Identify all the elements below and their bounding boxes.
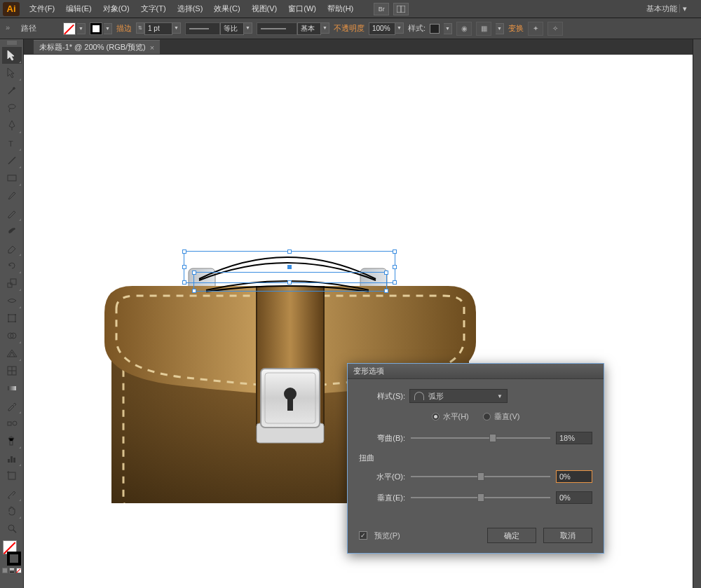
rectangle-tool[interactable]: [2, 170, 22, 186]
stroke-swatch[interactable]: [90, 22, 102, 35]
opacity-label[interactable]: 不透明度: [334, 23, 365, 34]
document-tab-label: 未标题-1* @ 200% (RGB/预览): [39, 42, 146, 53]
brush-dropdown[interactable]: ▼: [321, 22, 329, 34]
style-dropdown[interactable]: ▼: [444, 23, 452, 34]
warp-options-dialog: 变形选项 样式(S): 弧形 ▼ 水平(H) 垂直(V) 弯曲(B): 18% …: [347, 363, 604, 554]
bridge-button[interactable]: Br: [374, 3, 389, 15]
profile-dropdown[interactable]: ▼: [244, 22, 252, 34]
perspective-grid-tool[interactable]: [2, 345, 22, 362]
menu-window[interactable]: 窗口(W): [283, 1, 322, 16]
pen-tool[interactable]: [2, 117, 22, 134]
menu-effect[interactable]: 效果(C): [208, 1, 245, 16]
align-panel-icon[interactable]: ▦: [476, 22, 491, 36]
color-mode-buttons[interactable]: [2, 568, 22, 573]
dialog-titlebar[interactable]: 变形选项: [348, 364, 604, 379]
direct-selection-tool[interactable]: [2, 64, 22, 81]
gradient-tool[interactable]: [2, 380, 22, 397]
align-dropdown[interactable]: ▼: [496, 23, 504, 34]
svg-line-29: [13, 530, 16, 533]
bend-value-field[interactable]: 18%: [556, 432, 592, 444]
fill-dropdown[interactable]: ▼: [77, 23, 86, 34]
cancel-button[interactable]: 取消: [543, 528, 592, 543]
recolor-artwork-icon[interactable]: ◉: [456, 22, 472, 36]
slice-tool[interactable]: [2, 485, 22, 502]
svg-point-11: [8, 321, 9, 322]
pencil-tool[interactable]: [2, 205, 22, 221]
slider-thumb[interactable]: [489, 434, 496, 442]
svg-rect-19: [8, 422, 11, 425]
distort-h-value-field[interactable]: 0%: [556, 470, 592, 483]
ok-button[interactable]: 确定: [487, 528, 536, 543]
eraser-tool[interactable]: [2, 240, 22, 257]
zoom-tool[interactable]: [2, 520, 22, 537]
width-tool[interactable]: [2, 292, 22, 309]
hand-tool[interactable]: [2, 502, 22, 519]
workspace-switcher[interactable]: 基本功能 ▾: [635, 4, 698, 14]
stroke-weight-field[interactable]: 1 pt: [144, 22, 172, 35]
toolbar-grip[interactable]: [7, 41, 17, 45]
rotate-tool[interactable]: [2, 257, 22, 274]
collapsed-panels-strip[interactable]: [693, 39, 701, 588]
fill-swatch[interactable]: [63, 22, 76, 35]
transform-label[interactable]: 变换: [508, 23, 524, 34]
fill-stroke-indicator[interactable]: [1, 540, 22, 566]
distort-v-value-field[interactable]: 0%: [556, 491, 592, 504]
magic-wand-tool[interactable]: [2, 82, 22, 99]
shape-builder-tool[interactable]: [2, 327, 22, 344]
column-graph-tool[interactable]: [2, 450, 22, 467]
select-similar-icon[interactable]: ✧: [547, 22, 563, 36]
svg-point-20: [13, 421, 17, 425]
variable-width-profile[interactable]: [185, 22, 220, 35]
eyedropper-tool[interactable]: [2, 397, 22, 414]
expand-panels-icon[interactable]: »: [6, 23, 17, 34]
bend-slider[interactable]: [411, 437, 550, 439]
stroke-label[interactable]: 描边: [116, 23, 132, 34]
distort-h-label: 水平(O):: [359, 472, 405, 482]
orientation-vertical-radio[interactable]: 垂直(V): [483, 411, 520, 422]
symbol-sprayer-tool[interactable]: [2, 432, 22, 449]
menu-object[interactable]: 对象(O): [97, 1, 135, 16]
svg-rect-39: [287, 397, 293, 411]
distort-v-slider[interactable]: [411, 497, 550, 498]
preview-checkbox[interactable]: ✓: [359, 531, 367, 540]
slider-thumb[interactable]: [477, 493, 484, 502]
mesh-tool[interactable]: [2, 362, 22, 379]
blend-tool[interactable]: [2, 415, 22, 432]
document-tab[interactable]: 未标题-1* @ 200% (RGB/预览) ×: [34, 40, 160, 54]
lasso-tool[interactable]: [2, 100, 22, 116]
stroke-weight-dropdown[interactable]: ▼: [172, 22, 181, 34]
stroke-indicator[interactable]: [7, 552, 21, 566]
selection-tool[interactable]: [2, 47, 22, 64]
menu-file[interactable]: 文件(F): [24, 1, 60, 16]
isolate-icon[interactable]: ✦: [528, 22, 543, 36]
line-segment-tool[interactable]: [2, 152, 22, 169]
orientation-horizontal-radio[interactable]: 水平(H): [432, 411, 469, 422]
paintbrush-tool[interactable]: [2, 187, 22, 204]
stroke-weight-stepper[interactable]: ⇅: [136, 22, 144, 34]
menu-type[interactable]: 文字(T): [135, 1, 172, 16]
svg-rect-18: [8, 386, 16, 390]
menu-help[interactable]: 帮助(H): [322, 1, 359, 16]
slider-thumb[interactable]: [477, 472, 484, 481]
arc-icon: [414, 392, 424, 400]
close-tab-icon[interactable]: ×: [150, 43, 154, 52]
arrange-documents-button[interactable]: [393, 3, 409, 15]
svg-point-10: [15, 314, 16, 315]
menu-edit[interactable]: 编辑(E): [60, 1, 97, 16]
opacity-dropdown[interactable]: ▼: [395, 22, 404, 34]
profile-uniform-label: 等比: [220, 22, 244, 35]
menu-view[interactable]: 视图(V): [246, 1, 283, 16]
artboard-tool[interactable]: [2, 467, 22, 484]
stroke-dropdown[interactable]: ▼: [104, 23, 112, 34]
type-tool[interactable]: T: [2, 135, 22, 151]
distort-h-slider[interactable]: [411, 476, 550, 477]
menu-select[interactable]: 选择(S): [172, 1, 209, 16]
graphic-style-swatch[interactable]: [430, 24, 440, 34]
warp-style-select[interactable]: 弧形 ▼: [409, 389, 508, 403]
svg-rect-6: [8, 283, 12, 287]
free-transform-tool[interactable]: [2, 310, 22, 327]
scale-tool[interactable]: [2, 275, 22, 292]
brush-definition[interactable]: [257, 22, 297, 35]
blob-brush-tool[interactable]: [2, 222, 22, 239]
opacity-field[interactable]: 100%: [369, 22, 395, 35]
